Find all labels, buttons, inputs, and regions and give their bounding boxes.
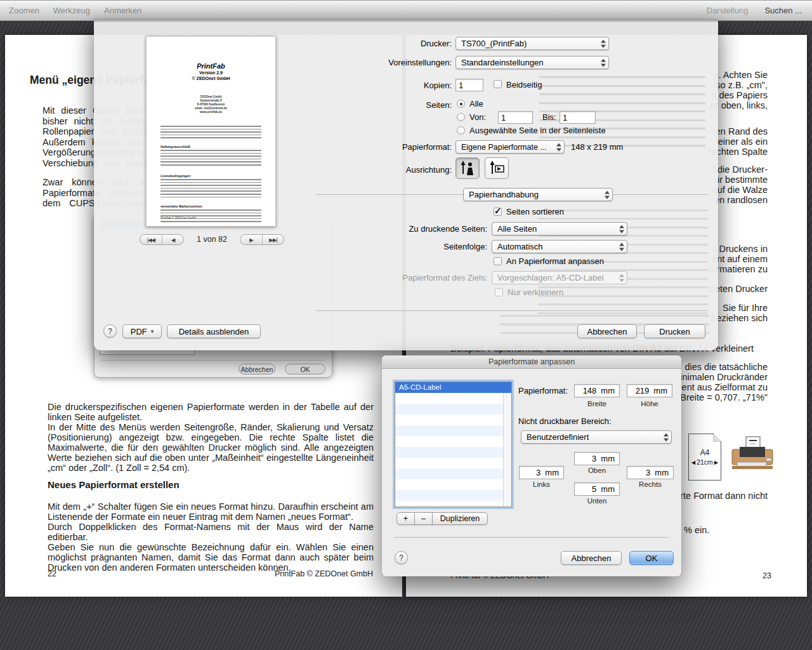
ok-button[interactable]: OK — [629, 551, 674, 565]
ziel-popup[interactable]: Vorgeschlagen: A5-CD-Label — [492, 271, 627, 284]
portrait-orientation-button[interactable] — [455, 157, 480, 179]
pdf-menu-button[interactable]: PDF ▾ — [122, 324, 162, 338]
stepper-icon — [663, 433, 669, 441]
alle-radio[interactable] — [457, 100, 465, 108]
text-fragment: Sie für Ihrebeziehen sich — [711, 303, 768, 323]
prev-page-button[interactable]: ◀ — [162, 235, 183, 244]
divider — [101, 360, 325, 361]
von-radio[interactable] — [457, 113, 465, 121]
voreinstellungen-popup[interactable]: Standardeinstellungen — [455, 56, 609, 69]
next-page-button[interactable]: ▶ — [240, 235, 262, 244]
papierformat-label: Papierformat: — [312, 142, 452, 152]
menu-werkzeug[interactable]: Werkzeug — [53, 6, 90, 15]
remove-format-button[interactable]: – — [414, 512, 433, 525]
kopien-label: Kopien: — [312, 81, 452, 90]
section-heading: Neues Papierformat erstellen — [48, 480, 180, 491]
menu-anmerken[interactable]: Anmerken — [104, 6, 141, 15]
stepper-icon — [600, 39, 606, 48]
links-input[interactable]: 3 mm — [519, 466, 564, 479]
unten-input[interactable]: 5 mm — [574, 482, 620, 496]
text-fragment: ierte Format dann nicht — [673, 491, 768, 501]
von-input[interactable] — [498, 111, 533, 124]
dialog-titlebar[interactable]: Papierformate anpassen — [382, 355, 681, 369]
oben-label: Oben — [574, 467, 620, 474]
embedded-abbrechen-button: Abbrechen — [239, 364, 275, 375]
stepper-icon — [619, 274, 624, 282]
page-number: 23 — [763, 571, 771, 580]
links-label: Links — [519, 481, 564, 488]
embedded-ok-button: OK — [285, 364, 325, 375]
section-popup[interactable]: Papierhandhabung — [463, 188, 613, 201]
ausgewaehlte-radio[interactable] — [457, 126, 465, 135]
zu-druckende-popup[interactable]: Alle Seiten — [492, 222, 627, 235]
duplizieren-button[interactable]: Duplizieren — [432, 512, 488, 525]
stepper-icon — [600, 58, 606, 67]
hoehe-label: Höhe — [627, 400, 672, 408]
bis-input[interactable] — [560, 111, 596, 124]
divider — [395, 537, 669, 538]
abbrechen-button[interactable]: Abbrechen — [561, 551, 622, 565]
last-page-button[interactable]: ▶▶| — [262, 235, 284, 244]
print-preview: PrintFab Version 2.9 © ZEDOnet GmbH ZEDO… — [146, 36, 276, 227]
nur-verkleinern-checkbox[interactable] — [495, 288, 503, 296]
a4-paper-figure: A4 ◄21cm► — [688, 434, 721, 481]
papierformat-popup[interactable]: Eigene Papierformate ... — [455, 140, 565, 154]
text-fragment: % ein. — [684, 525, 709, 536]
drucken-button[interactable]: Drucken — [644, 324, 705, 338]
seiten-label: Seiten: — [312, 100, 452, 110]
ausrichtung-label: Ausrichtung: — [312, 165, 452, 175]
add-format-button[interactable]: + — [396, 512, 415, 525]
paper-size-note: 148 x 219 mm — [571, 142, 623, 152]
seitenfolge-popup[interactable]: Automatisch — [492, 240, 627, 253]
bereich-popup[interactable]: Benutzerdefiniert — [521, 430, 672, 444]
papierformat-label: Papierformat: — [518, 386, 568, 395]
print-dialog: PrintFab Version 2.9 © ZEDOnet GmbH ZEDO… — [94, 19, 718, 350]
landscape-orientation-button[interactable] — [485, 157, 509, 179]
von-label: Von: — [469, 112, 486, 122]
portrait-icon — [459, 160, 476, 176]
hoehe-input[interactable]: 219 mm — [627, 384, 672, 397]
seitenfolge-label: Seitenfolge: — [348, 242, 487, 251]
paragraph: Die druckerspezifischen eigenen Papierfo… — [48, 402, 374, 473]
nur-verkleinern-label: Nur verkleinern — [508, 288, 563, 297]
rechts-label: Rechts — [627, 481, 674, 488]
drucker-popup[interactable]: TS700_(PrintFab) — [455, 37, 609, 50]
oben-input[interactable]: 3 mm — [574, 452, 620, 465]
menu-darstellung[interactable]: Darstellung — [707, 6, 749, 15]
rechts-input[interactable]: 3 mm — [627, 466, 674, 479]
stepper-icon — [619, 242, 624, 251]
beidseitig-checkbox[interactable] — [494, 80, 502, 88]
breite-input[interactable]: 148 mm — [574, 384, 620, 397]
menu-suchen[interactable]: Suchen ... — [764, 6, 802, 15]
format-list-rows — [395, 393, 503, 507]
preview-text-block — [160, 126, 261, 138]
breite-label: Breite — [574, 400, 620, 408]
stepper-icon — [604, 190, 610, 199]
page-position: 1 von 82 — [189, 235, 235, 244]
landscape-icon — [488, 160, 505, 176]
menu-zoomen[interactable]: Zoomen — [9, 6, 39, 15]
stepper-icon — [619, 225, 624, 233]
help-button[interactable]: ? — [103, 324, 117, 338]
list-scrollbar[interactable] — [503, 393, 511, 507]
details-ausblenden-button[interactable]: Details ausblenden — [167, 324, 261, 338]
text-fragment: n. Achten Sielso z.B. „cm", n des Papier… — [710, 70, 768, 110]
printer-illustration — [730, 435, 775, 472]
format-list[interactable]: A5-CD-Label — [395, 381, 512, 507]
abbrechen-button[interactable]: Abbrechen — [577, 324, 637, 338]
preview-text-block — [160, 150, 261, 168]
kopien-input[interactable] — [455, 79, 483, 91]
help-button[interactable]: ? — [395, 551, 408, 564]
format-list-selected-row[interactable]: A5-CD-Label — [395, 382, 511, 393]
first-page-button[interactable]: |◀◀ — [140, 235, 162, 244]
papierformate-dialog: Papierformate anpassen A5-CD-Label Papie… — [382, 355, 681, 576]
divider — [316, 310, 707, 311]
screen: Zoomen Werkzeug Anmerken Darstellung Suc… — [0, 0, 812, 650]
drucker-label: Drucker: — [312, 39, 452, 48]
bis-label: Bis: — [542, 112, 556, 122]
bereich-label: Nicht druckbarer Bereich: — [518, 416, 612, 426]
preview-address: ZEDOnet GmbHSeubertstraße 6 D-87600 Kauf… — [147, 95, 275, 114]
seiten-sortieren-checkbox[interactable] — [494, 208, 502, 216]
paragraph: Mit dem „+“ Schalter fügen Sie ein neues… — [48, 501, 374, 573]
anpassen-checkbox[interactable] — [494, 257, 502, 265]
